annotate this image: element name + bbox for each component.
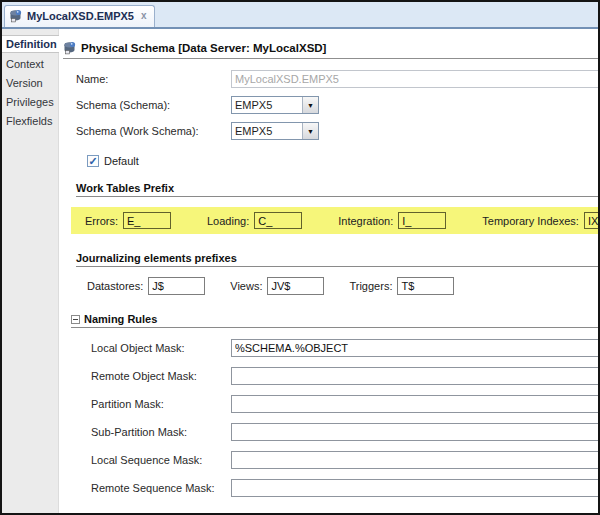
loading-prefix-field[interactable]: [254, 212, 302, 229]
tab-bar: MyLocalXSD.EMPX5 x: [2, 2, 598, 29]
journalizing-title: Journalizing elements prefixes: [76, 252, 237, 264]
naming-rules-title: Naming Rules: [84, 313, 157, 325]
sidebar-item-flexfields[interactable]: Flexfields: [2, 113, 58, 129]
panel-header: Physical Schema [Data Server: MyLocalXSD…: [63, 41, 600, 59]
work-schema-label: Schema (Work Schema):: [76, 125, 231, 137]
physical-schema-editor-window: MyLocalXSD.EMPX5 x Definition Context Ve…: [0, 0, 600, 515]
tab-title: MyLocalXSD.EMPX5: [27, 10, 134, 22]
errors-label: Errors:: [85, 215, 118, 227]
naming-rules-heading: Naming Rules: [71, 313, 600, 328]
journalizing-heading: Journalizing elements prefixes: [76, 252, 600, 267]
remote-sequence-mask-label: Remote Sequence Mask:: [91, 482, 231, 494]
remote-sequence-mask-field[interactable]: [231, 479, 600, 497]
schema-label: Schema (Schema):: [76, 99, 231, 111]
sidebar-item-version[interactable]: Version: [2, 75, 58, 91]
errors-prefix-field[interactable]: [123, 212, 171, 229]
work-schema-select[interactable]: EMPX5 ▼: [231, 122, 319, 140]
work-tables-prefix-title: Work Tables Prefix: [76, 182, 174, 194]
datastores-label: Datastores:: [87, 280, 143, 292]
triggers-label: Triggers:: [349, 280, 392, 292]
tab-close-icon[interactable]: x: [141, 11, 147, 21]
local-object-mask-field[interactable]: [231, 339, 600, 357]
journalizing-row: Datastores: Views: Triggers:: [87, 277, 600, 295]
views-prefix-field[interactable]: [267, 277, 324, 295]
temporary-indexes-label: Temporary Indexes:: [482, 215, 579, 227]
physical-schema-icon: [9, 9, 23, 23]
name-label: Name:: [76, 73, 231, 85]
default-checkbox-label: Default: [104, 155, 139, 167]
default-checkbox[interactable]: ✓: [87, 155, 99, 167]
integration-prefix-field[interactable]: [398, 212, 446, 229]
datastores-prefix-field[interactable]: [148, 277, 205, 295]
partition-mask-label: Partition Mask:: [91, 398, 231, 410]
work-tables-prefix-heading: Work Tables Prefix: [76, 182, 600, 197]
dropdown-arrow-icon[interactable]: ▼: [302, 123, 318, 139]
sidebar-item-privileges[interactable]: Privileges: [2, 94, 58, 110]
sub-partition-mask-label: Sub-Partition Mask:: [91, 426, 231, 438]
schema-select-value: EMPX5: [232, 97, 302, 113]
local-object-mask-label: Local Object Mask:: [91, 342, 231, 354]
views-label: Views:: [230, 280, 262, 292]
local-sequence-mask-field[interactable]: [231, 451, 600, 469]
panel-title: Physical Schema [Data Server: MyLocalXSD…: [81, 42, 326, 54]
dropdown-arrow-icon[interactable]: ▼: [302, 97, 318, 113]
tab-mylocalxsd-empx5[interactable]: MyLocalXSD.EMPX5 x: [4, 5, 155, 27]
sidebar-item-definition[interactable]: Definition: [2, 35, 59, 53]
physical-schema-icon: [63, 41, 77, 55]
sidebar-item-context[interactable]: Context: [2, 56, 58, 72]
triggers-prefix-field[interactable]: [397, 277, 454, 295]
work-tables-prefix-row: Errors: Loading: Integration: Temporary …: [71, 207, 600, 234]
editor-sidebar: Definition Context Version Privileges Fl…: [2, 29, 59, 515]
collapse-icon[interactable]: [71, 315, 80, 324]
integration-label: Integration:: [338, 215, 393, 227]
schema-select[interactable]: EMPX5 ▼: [231, 96, 319, 114]
definition-panel: Physical Schema [Data Server: MyLocalXSD…: [59, 29, 600, 515]
remote-object-mask-label: Remote Object Mask:: [91, 370, 231, 382]
work-schema-select-value: EMPX5: [232, 123, 302, 139]
sub-partition-mask-field[interactable]: [231, 423, 600, 441]
partition-mask-field[interactable]: [231, 395, 600, 413]
local-sequence-mask-label: Local Sequence Mask:: [91, 454, 231, 466]
remote-object-mask-field[interactable]: [231, 367, 600, 385]
loading-label: Loading:: [207, 215, 249, 227]
temporary-indexes-prefix-field[interactable]: [584, 212, 600, 229]
name-field: [231, 70, 600, 88]
